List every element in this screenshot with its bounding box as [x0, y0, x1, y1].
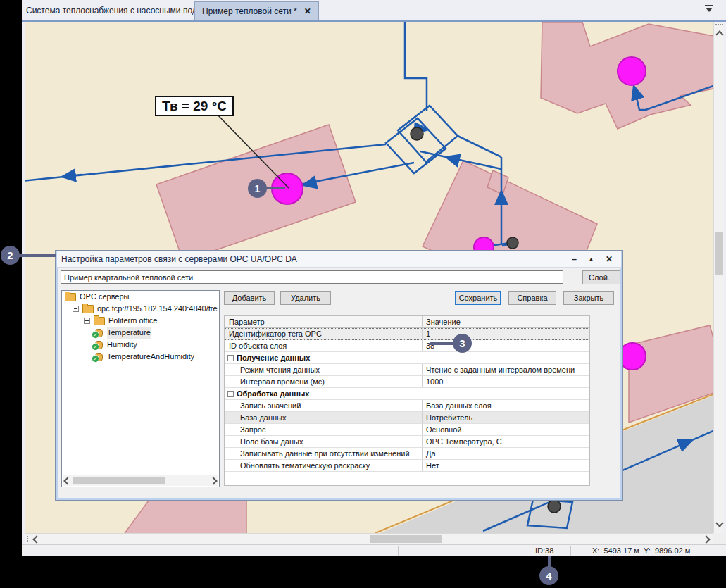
param-header: Параметр [225, 316, 422, 327]
splitter-grip[interactable] [715, 24, 723, 27]
tree-item-opc-servers[interactable]: OPC серверы [62, 291, 219, 303]
status-bar: ID:38 X: 5493.17 м Y: 9896.02 м [22, 544, 726, 556]
table-row[interactable]: Запись значений База данных слоя [225, 400, 589, 412]
tag-database-check-icon: ✓ [94, 353, 103, 361]
opc-tree[interactable]: OPC серверы opc.tcp://195.182.154.240:48… [61, 290, 220, 487]
table-group-row[interactable]: Получение данных [225, 352, 589, 364]
close-icon[interactable]: ✕ [606, 254, 613, 264]
tree-item-politerm-office[interactable]: Politerm office [62, 315, 219, 327]
dialog-title: Настройка параметров связи с серверами O… [61, 254, 297, 264]
callout-connector [265, 187, 285, 189]
tree-item-server-url[interactable]: opc.tcp://195.182.154.240:4840/fre [62, 303, 219, 315]
table-header: Параметр Значение [225, 316, 589, 328]
value-header: Значение [422, 316, 589, 327]
collapse-icon[interactable] [227, 355, 234, 361]
tab-label: Пример тепловой сети * [202, 6, 297, 16]
table-row[interactable]: ID объекта слоя 38 [225, 340, 589, 352]
add-button[interactable]: Добавить [224, 291, 275, 305]
delete-button[interactable]: Удалить [280, 291, 331, 305]
callout-4: 4 [539, 566, 558, 585]
tag-database-check-icon: ✓ [94, 341, 103, 349]
tree-scroll-thumb[interactable] [73, 477, 165, 484]
table-group-row[interactable]: Обработка данных [225, 388, 589, 400]
screenshot-root: { "window": { "tabs": [ {"label": "Систе… [0, 0, 726, 588]
folder-icon [65, 293, 76, 301]
help-button[interactable]: Справка [508, 291, 556, 305]
callout-2: 2 [1, 246, 20, 265]
tab-menu-icon[interactable] [705, 5, 713, 12]
callout-connector [18, 254, 56, 257]
horizontal-scrollbar[interactable] [25, 533, 713, 544]
tag-database-check-icon: ✓ [94, 329, 103, 337]
scroll-up-icon[interactable] [715, 30, 723, 38]
layer-name-input[interactable] [61, 270, 563, 284]
tab-network-example[interactable]: Пример тепловой сети * ✕ [194, 1, 319, 20]
table-row[interactable]: Режим чтения данных Чтение с заданным ин… [225, 364, 589, 376]
scroll-left-icon[interactable] [32, 535, 40, 543]
vertical-scrollbar[interactable] [713, 22, 724, 533]
tree-item-temperature[interactable]: ✓ Temperature [62, 327, 219, 339]
callout-1: 1 [248, 179, 267, 198]
rollup-icon[interactable]: ▲ [588, 256, 594, 263]
status-coordinates: X: 5493.17 м Y: 9896.02 м [592, 546, 690, 555]
table-row[interactable]: Интервал времени (мс) 1000 [225, 376, 589, 388]
callout-connector [548, 556, 551, 567]
table-row[interactable]: Записывать данные при отсутствии изменен… [225, 448, 589, 460]
scrollbar-corner [713, 533, 726, 544]
callout-3: 3 [453, 334, 472, 353]
temperature-label[interactable]: Тв = 29 °С [155, 96, 234, 116]
save-button[interactable]: Сохранить [455, 291, 501, 305]
scroll-right-icon[interactable] [702, 535, 710, 543]
close-button[interactable]: Закрыть [563, 291, 614, 305]
scroll-down-icon[interactable] [715, 519, 723, 527]
collapse-icon[interactable] [227, 391, 234, 397]
vertical-scroll-thumb[interactable] [715, 232, 723, 275]
table-row[interactable]: Поле базы даных OPC Температура, С [225, 436, 589, 448]
scroll-left-icon[interactable] [63, 477, 71, 484]
table-row[interactable]: Идентификатор тега OPC 1 [225, 328, 589, 340]
layer-button[interactable]: Слой... [582, 270, 620, 284]
folder-icon [94, 317, 105, 325]
horizontal-scroll-thumb[interactable] [370, 535, 442, 543]
status-separator [398, 546, 399, 556]
status-object-id: ID:38 [535, 546, 553, 555]
dialog-body: Слой... OPC серверы opc.tcp://195.182.15… [58, 268, 620, 498]
table-row[interactable]: База данных Потребитель [225, 412, 589, 424]
status-separator [570, 546, 571, 556]
table-row[interactable]: Запрос Основной [225, 424, 589, 436]
collapse-icon[interactable] [84, 318, 90, 324]
parameter-table[interactable]: Параметр Значение Идентификатор тега OPC… [224, 315, 590, 486]
dialog-title-bar[interactable]: Настройка параметров связи с серверами O… [57, 251, 621, 268]
opc-settings-dialog: Настройка параметров связи с серверами O… [55, 250, 623, 501]
tab-close-icon[interactable]: ✕ [304, 6, 311, 16]
minimize-icon[interactable]: – [572, 254, 577, 264]
folder-icon [82, 305, 94, 313]
callout-connector [430, 342, 455, 345]
status-separator [720, 546, 720, 556]
table-row[interactable]: Обновлять тематическую раскраску Нет [225, 460, 589, 472]
splitter-grip[interactable] [27, 536, 30, 543]
collapse-icon[interactable] [73, 306, 79, 312]
tree-item-temperature-and-humidity[interactable]: ✓ TemperatureAndHumidity [62, 351, 219, 363]
tab-bar: Система теплоснабжения с насосными подст… [22, 0, 726, 20]
tree-item-humidity[interactable]: ✓ Humidity [62, 339, 219, 351]
scroll-right-icon[interactable] [209, 477, 217, 484]
tree-horizontal-scrollbar[interactable] [63, 475, 218, 486]
